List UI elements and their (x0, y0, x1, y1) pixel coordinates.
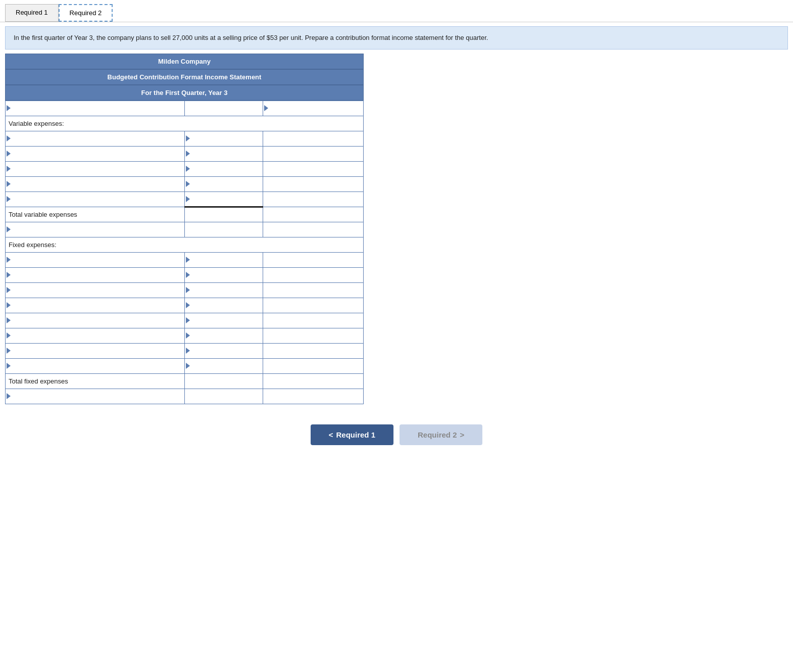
text-input-col2-14[interactable] (193, 314, 260, 327)
text-input-col2-6[interactable] (193, 193, 260, 205)
text-input-col1-14[interactable] (15, 314, 181, 327)
text-input-col2-17[interactable] (193, 360, 260, 372)
row-right-cell-5[interactable] (263, 176, 364, 191)
text-input-col2-15[interactable] (193, 329, 260, 342)
row-label-cell-16[interactable] (6, 343, 185, 358)
text-input-col2-11[interactable] (193, 269, 260, 281)
row-label-cell-13[interactable] (6, 298, 185, 313)
arrow-col1-14 (7, 317, 11, 323)
row-label-cell-12[interactable] (6, 282, 185, 298)
text-input-col1-12[interactable] (15, 284, 181, 297)
row-label-cell-3[interactable] (6, 146, 185, 161)
row-mid-cell-6[interactable] (184, 191, 263, 207)
instruction-text: In the first quarter of Year 3, the comp… (14, 34, 488, 41)
row-mid-cell-14[interactable] (184, 313, 263, 328)
text-input-col2-4[interactable] (193, 163, 260, 175)
arrow-col1-17 (7, 363, 11, 369)
row-label-cell-4[interactable] (6, 161, 185, 176)
row-mid-cell-2[interactable] (184, 131, 263, 146)
row-mid-cell-8[interactable] (184, 222, 263, 237)
total-input1-7[interactable] (184, 207, 263, 222)
text-input-col1-13[interactable] (15, 299, 181, 312)
row-right-cell-13[interactable] (263, 298, 364, 313)
row-mid-cell-12[interactable] (184, 282, 263, 298)
text-input-col1-19[interactable] (15, 390, 181, 403)
text-input-col2-16[interactable] (193, 345, 260, 357)
text-input-col1-15[interactable] (15, 329, 181, 342)
next-button[interactable]: Required 2 > (400, 424, 482, 445)
prev-button[interactable]: < Required 1 (311, 424, 393, 445)
row-right-cell-4[interactable] (263, 161, 364, 176)
text-input-col2-2[interactable] (193, 132, 260, 145)
text-input-col1-11[interactable] (15, 269, 181, 281)
row-mid-cell-19[interactable] (184, 389, 263, 404)
row-mid-cell-11[interactable] (184, 267, 263, 282)
row-label-cell-11[interactable] (6, 267, 185, 282)
section-row-9: Fixed expenses: (6, 237, 364, 252)
row-right-cell-11[interactable] (263, 267, 364, 282)
text-input-col2-10[interactable] (193, 254, 260, 266)
arrow-col3-0 (264, 105, 268, 111)
row-right-cell-17[interactable] (263, 358, 364, 373)
row-mid-cell-3[interactable] (184, 146, 263, 161)
input-row-14 (6, 313, 364, 328)
row-label-cell-6[interactable] (6, 191, 185, 207)
row-mid-cell-15[interactable] (184, 328, 263, 343)
text-input-col2-12[interactable] (193, 284, 260, 297)
text-input-col2-5[interactable] (193, 178, 260, 190)
row-mid-cell-16[interactable] (184, 343, 263, 358)
arrow-col1-2 (7, 135, 11, 141)
arrow-col2-11 (186, 272, 190, 278)
text-input-col1-3[interactable] (15, 148, 181, 160)
text-input-col3-0[interactable] (271, 102, 360, 115)
row-right-cell-19[interactable] (263, 389, 364, 404)
row-mid-cell-10[interactable] (184, 252, 263, 267)
row-mid-cell-0[interactable] (184, 101, 263, 116)
row-mid-cell-5[interactable] (184, 176, 263, 191)
row-label-cell-19[interactable] (6, 389, 185, 404)
text-input-col1-8[interactable] (15, 223, 181, 236)
row-right-cell-8[interactable] (263, 222, 364, 237)
total-input2-7[interactable] (263, 207, 364, 222)
text-input-col2-3[interactable] (193, 148, 260, 160)
row-label-cell-8[interactable] (6, 222, 185, 237)
row-right-cell-3[interactable] (263, 146, 364, 161)
text-input-col2-13[interactable] (193, 299, 260, 312)
row-mid-cell-4[interactable] (184, 161, 263, 176)
row-right-cell-16[interactable] (263, 343, 364, 358)
arrow-col1-3 (7, 151, 11, 157)
text-input-col1-5[interactable] (15, 178, 181, 190)
text-input-col1-0[interactable] (15, 102, 181, 115)
row-right-cell-2[interactable] (263, 131, 364, 146)
row-mid-cell-13[interactable] (184, 298, 263, 313)
text-input-col1-6[interactable] (15, 193, 181, 206)
row-label-cell-2[interactable] (6, 131, 185, 146)
row-right-cell-10[interactable] (263, 252, 364, 267)
section-label-1: Variable expenses: (6, 116, 364, 131)
text-input-col1-17[interactable] (15, 360, 181, 372)
row-right-cell-15[interactable] (263, 328, 364, 343)
table-wrapper: Milden Company Budgeted Contribution For… (5, 54, 364, 404)
text-input-col1-2[interactable] (15, 132, 181, 145)
arrow-col2-2 (186, 135, 190, 141)
text-input-col1-10[interactable] (15, 254, 181, 266)
row-right-cell-12[interactable] (263, 282, 364, 298)
arrow-col2-5 (186, 181, 190, 187)
row-mid-cell-17[interactable] (184, 358, 263, 373)
row-label-cell-17[interactable] (6, 358, 185, 373)
row-label-cell-15[interactable] (6, 328, 185, 343)
row-label-cell-14[interactable] (6, 313, 185, 328)
row-label-cell-10[interactable] (6, 252, 185, 267)
company-name: Milden Company (5, 54, 364, 69)
tab-required1[interactable]: Required 1 (5, 4, 59, 22)
row-right-cell-14[interactable] (263, 313, 364, 328)
row-right-cell-0[interactable] (263, 101, 364, 116)
text-input-col1-16[interactable] (15, 345, 181, 357)
total-input1-18[interactable] (184, 373, 263, 389)
text-input-col1-4[interactable] (15, 163, 181, 175)
total-input2-18[interactable] (263, 373, 364, 389)
row-label-cell-5[interactable] (6, 176, 185, 191)
row-label-cell-0[interactable] (6, 101, 185, 116)
row-right-cell-6[interactable] (263, 191, 364, 207)
tab-required2[interactable]: Required 2 (59, 4, 113, 22)
